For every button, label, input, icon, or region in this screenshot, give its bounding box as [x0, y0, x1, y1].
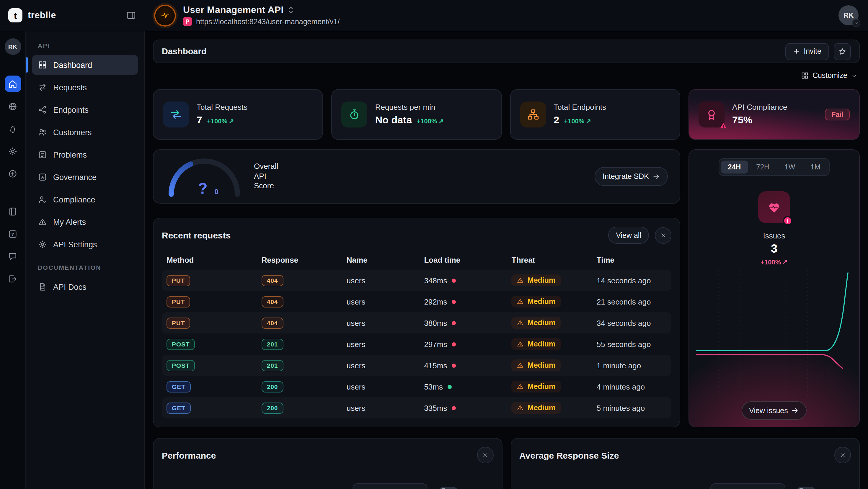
sidebar-item-governance[interactable]: A Governance [32, 167, 138, 187]
user-avatar[interactable]: RK [838, 5, 859, 25]
rail-journal-button[interactable] [4, 203, 21, 220]
sidebar-item-customers[interactable]: Customers [32, 122, 138, 142]
trend-up-icon: ↗ [585, 117, 591, 125]
close-recent-button[interactable] [655, 227, 671, 243]
sidebar-collapse-button[interactable] [126, 10, 136, 21]
integrate-sdk-button[interactable]: Integrate SDK [595, 167, 668, 186]
response-status-badge: 201 [261, 360, 283, 371]
sidebar-item-label: Governance [53, 173, 97, 182]
rail-home-button[interactable] [4, 75, 21, 92]
svg-text:?: ? [11, 232, 14, 236]
rail-help-button[interactable]: ? [4, 225, 21, 242]
tab-72h[interactable]: 72H [749, 161, 776, 173]
sidebar-item-my-alerts[interactable]: My Alerts [32, 212, 138, 232]
tab-24h[interactable]: 24H [721, 161, 748, 173]
rail-feedback-button[interactable] [4, 248, 21, 264]
api-meta: User Management API P https://localhost:… [183, 5, 340, 26]
sidebar-item-dashboard[interactable]: Dashboard [32, 55, 138, 75]
recent-requests-title: Recent requests [162, 230, 230, 240]
performance-title: Performance [162, 450, 216, 460]
view-issues-button[interactable]: View issues [741, 401, 807, 420]
alert-triangle-icon [38, 217, 47, 227]
date-range-select[interactable]: Last 7 days [710, 483, 785, 489]
endpoint-name: users [347, 403, 424, 412]
sidebar-item-label: Customers [53, 128, 92, 137]
grid-icon [38, 60, 47, 70]
table-row[interactable]: POST 201 users 297ms Medium 55 seconds a… [162, 333, 671, 355]
rail-globe-button[interactable] [4, 98, 21, 115]
sidebar-item-label: My Alerts [53, 218, 86, 226]
request-time: 14 seconds ago [597, 276, 666, 285]
topbar-brand-section: t treblle [0, 0, 145, 31]
sidebar-item-compliance[interactable]: Compliance [32, 190, 138, 209]
rail-logout-button[interactable] [4, 270, 21, 287]
threat-badge: Medium [512, 274, 561, 286]
list-box-icon [38, 150, 47, 159]
date-range-select[interactable]: Last 7 days [352, 483, 428, 489]
close-icon [839, 452, 846, 458]
stat-value: 75% [732, 115, 752, 126]
api-base-url[interactable]: https://localhost:8243/user-management/v… [196, 18, 340, 26]
table-row[interactable]: GET 200 users 335ms Medium 5 minutes ago [162, 397, 671, 419]
stat-title: Total Endpoints [554, 103, 606, 111]
view-issues-label: View issues [749, 406, 788, 415]
rail-notifications-button[interactable] [4, 121, 21, 137]
close-performance-button[interactable] [477, 447, 493, 463]
compare-toggle[interactable] [796, 487, 816, 489]
issues-label: Issues [763, 231, 785, 240]
api-title[interactable]: User Management API [183, 5, 284, 15]
method-badge: GET [166, 381, 191, 392]
time-range-tabs: 24H 72H 1W 1M [718, 158, 830, 176]
tab-1w[interactable]: 1W [777, 161, 802, 173]
column-header: Time [597, 255, 666, 264]
warning-triangle-icon [517, 340, 524, 348]
logout-icon [8, 273, 18, 284]
warning-triangle-icon [517, 404, 524, 412]
endpoint-name: users [347, 361, 424, 370]
load-time-cell: 53ms [424, 382, 512, 391]
sidebar-item-requests[interactable]: Requests [32, 77, 138, 97]
load-time-dot [447, 385, 452, 389]
rail-settings-button[interactable] [4, 143, 21, 159]
api-switcher-chevrons-icon[interactable] [288, 6, 294, 14]
gauge-question-mark: ? [198, 180, 208, 198]
view-all-button[interactable]: View all [608, 227, 649, 244]
sidebar-item-label: Endpoints [53, 105, 89, 114]
load-time-dot [452, 321, 456, 325]
performance-card: Performance Last 7 days Compare [153, 438, 502, 489]
compare-toggle[interactable] [438, 487, 458, 489]
workspace-avatar[interactable]: RK [4, 38, 21, 55]
app-shell: RK ? [0, 31, 868, 489]
table-row[interactable]: PUT 404 users 348ms Medium 14 seconds ag… [162, 270, 671, 291]
nav-section-documentation: DOCUMENTATION [38, 264, 138, 271]
request-time: 1 minute ago [597, 361, 666, 370]
rail-add-button[interactable] [4, 165, 21, 182]
nav-section-api: API [38, 42, 138, 49]
requests-arrows-icon [163, 101, 189, 128]
stat-delta: +100%↗ [564, 117, 591, 125]
load-time-dot [452, 278, 456, 283]
request-time: 5 minutes ago [597, 403, 666, 412]
close-icon [660, 232, 666, 238]
governance-icon: A [38, 172, 47, 182]
sidebar-item-api-settings[interactable]: API Settings [32, 234, 138, 254]
method-badge: PUT [166, 275, 190, 286]
sidebar-item-problems[interactable]: Problems [32, 144, 138, 165]
globe-icon [8, 101, 18, 111]
home-icon [8, 79, 18, 89]
app-root: t treblle User Management API [0, 0, 868, 489]
sidebar-item-endpoints[interactable]: Endpoints [32, 100, 138, 120]
table-row[interactable]: POST 201 users 415ms Medium 1 minute ago [162, 355, 671, 376]
stat-title: Requests per min [375, 103, 444, 111]
sidebar-item-api-docs[interactable]: API Docs [32, 277, 138, 297]
table-row[interactable]: PUT 404 users 292ms Medium 21 seconds ag… [162, 291, 671, 312]
favorite-button[interactable] [834, 43, 851, 60]
table-row[interactable]: PUT 404 users 380ms Medium 34 seconds ag… [162, 312, 671, 333]
method-badge: PUT [166, 296, 190, 307]
table-row[interactable]: GET 200 users 53ms Medium 4 minutes ago [162, 376, 671, 397]
tab-1m[interactable]: 1M [803, 161, 827, 173]
close-avg-response-button[interactable] [834, 447, 851, 463]
load-time-cell: 335ms [424, 403, 512, 412]
invite-button[interactable]: Invite [785, 43, 829, 60]
customize-control[interactable]: Customize [153, 69, 857, 82]
